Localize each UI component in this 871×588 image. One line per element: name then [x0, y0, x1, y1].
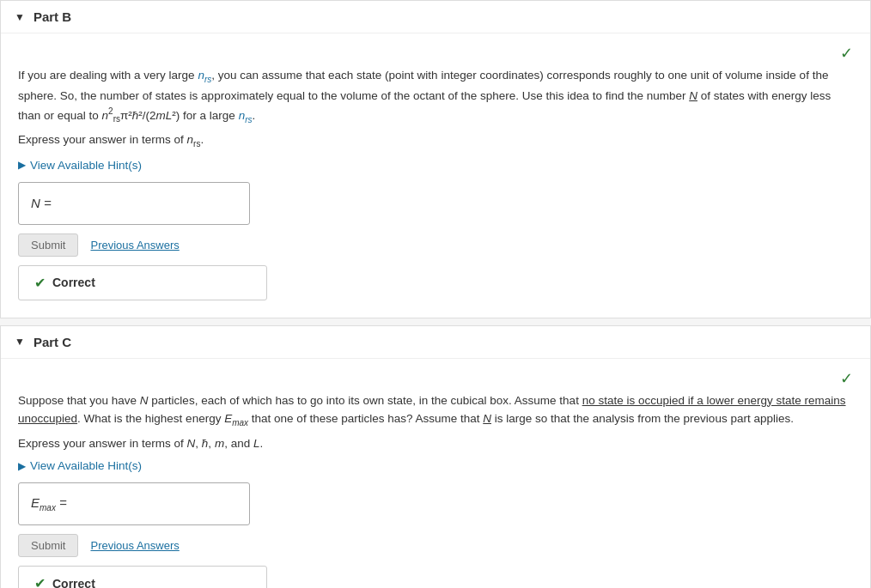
part-c-hint-link[interactable]: ▶ View Available Hint(s)	[18, 459, 142, 472]
N-var-c1: N	[140, 394, 149, 407]
part-b-correct-label: Correct	[52, 276, 95, 289]
part-c-hint-arrow-icon: ▶	[18, 460, 26, 472]
part-b-correct-box: ✔ Correct	[18, 265, 267, 300]
part-c-correct-check-icon: ✔	[34, 575, 46, 588]
part-b-submit-button[interactable]: Submit	[18, 233, 78, 257]
part-c-problem-text: Suppose that you have N particles, each …	[18, 391, 853, 430]
part-b-previous-answers-link[interactable]: Previous Answers	[90, 239, 179, 252]
part-c-submit-row: Submit Previous Answers	[18, 534, 853, 557]
Emax-var: Emax	[224, 412, 248, 425]
part-b-collapse-arrow: ▼	[15, 11, 25, 23]
part-b-problem-text: If you are dealing with a very large nrs…	[18, 66, 853, 126]
part-c-previous-answers-link[interactable]: Previous Answers	[90, 539, 179, 552]
nrs-var-1: nrs	[198, 69, 211, 82]
part-c-header[interactable]: ▼ Part C	[1, 326, 870, 359]
part-c-title: Part C	[34, 335, 71, 349]
part-b-answer-box: N =	[18, 182, 250, 225]
part-c-answer-label: Emax =	[31, 495, 67, 512]
hint-arrow-icon: ▶	[18, 159, 26, 171]
part-b-correct-check-icon: ✔	[34, 275, 46, 291]
part-b-body: ✓ If you are dealing with a very large n…	[1, 33, 870, 318]
part-c-correct-label: Correct	[52, 577, 95, 588]
N-var-1: N	[689, 89, 697, 102]
part-c-correct-box: ✔ Correct	[18, 566, 267, 588]
part-b-express-text: Express your answer in terms of nrs.	[18, 133, 853, 149]
part-b-submit-row: Submit Previous Answers	[18, 233, 853, 257]
part-c-express-text: Express your answer in terms of N, ħ, m,…	[18, 437, 853, 450]
N-var-c2: N	[483, 412, 491, 425]
part-c-body: ✓ Suppose that you have N particles, eac…	[1, 359, 870, 588]
part-b-title: Part B	[34, 9, 71, 24]
part-b-hint-link[interactable]: ▶ View Available Hint(s)	[18, 159, 142, 172]
part-b-checkmark: ✓	[18, 44, 853, 63]
part-b-header[interactable]: ▼ Part B	[1, 1, 870, 33]
part-c-checkmark: ✓	[18, 369, 853, 388]
part-c-answer-box: Emax =	[18, 482, 250, 525]
part-c-section: ▼ Part C ✓ Suppose that you have N parti…	[0, 325, 871, 588]
part-c-submit-button[interactable]: Submit	[18, 534, 78, 557]
part-b-section: ▼ Part B ✓ If you are dealing with a ver…	[0, 0, 871, 318]
nrs-var-2: nrs	[239, 109, 253, 122]
part-b-answer-label: N =	[31, 196, 52, 210]
page-container: ▼ Part B ✓ If you are dealing with a ver…	[0, 0, 871, 588]
part-c-collapse-arrow: ▼	[15, 336, 25, 348]
